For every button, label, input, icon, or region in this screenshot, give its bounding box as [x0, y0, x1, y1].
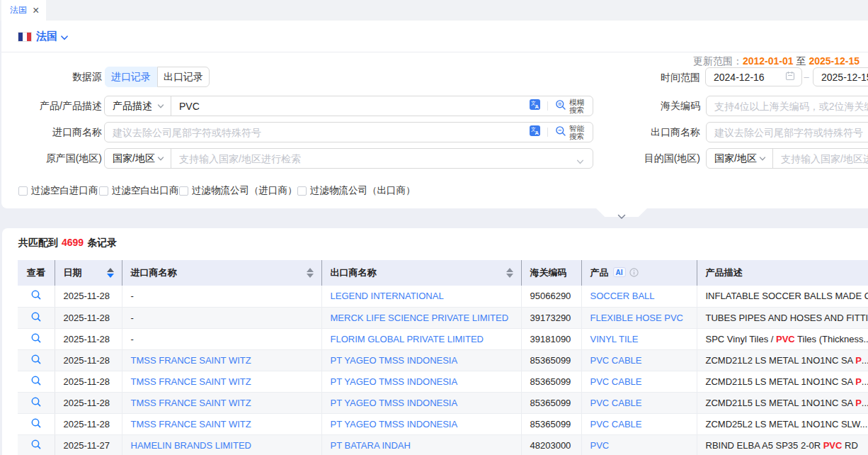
- desc-cell: ZCMD21L2 LS METAL 1NO1NC SA P...: [697, 349, 868, 371]
- view-search-icon[interactable]: [31, 420, 41, 430]
- smart-search-label[interactable]: 智能搜索: [569, 125, 584, 140]
- col-exporter[interactable]: 出口商名称: [321, 260, 521, 286]
- importer-link[interactable]: TMSS FRANCE SAINT WITZ: [131, 419, 251, 429]
- view-cell[interactable]: [18, 434, 55, 455]
- view-search-icon[interactable]: [31, 313, 41, 324]
- destination-input[interactable]: [773, 149, 868, 168]
- product-link[interactable]: PVC CABLE: [590, 419, 642, 429]
- checkbox[interactable]: [297, 186, 307, 196]
- importer-link[interactable]: TMSS FRANCE SAINT WITZ: [131, 355, 251, 366]
- table-row: 2025-11-28 - LEGEND INTERNATIONAL 950662…: [18, 286, 868, 307]
- search-panel: 法国 数据源 进口记录 出口记录 更新范围：2012-01-01 至 2025-…: [1, 21, 868, 208]
- date-cell: 2025-11-28: [55, 286, 122, 307]
- view-search-icon[interactable]: [31, 398, 41, 409]
- export-records-option[interactable]: 出口记录: [157, 67, 210, 87]
- chevron-down-icon[interactable]: [61, 35, 68, 40]
- product-link[interactable]: SOCCER BALL: [590, 291, 655, 301]
- view-cell[interactable]: [18, 286, 55, 307]
- view-search-icon[interactable]: [31, 377, 41, 388]
- exporter-link[interactable]: LEGEND INTERNATIONAL: [331, 291, 444, 301]
- view-cell[interactable]: [18, 328, 55, 349]
- view-search-icon[interactable]: [31, 356, 41, 366]
- filter-blank-importer[interactable]: 过滤空白进口商: [18, 186, 98, 196]
- filter-logistics-importer[interactable]: 过滤物流公司（进口商）: [179, 186, 297, 196]
- exporter-link[interactable]: PT YAGEO TMSS INDONESIA: [331, 376, 458, 387]
- checkbox[interactable]: [99, 186, 108, 196]
- exporter-input[interactable]: [707, 123, 868, 142]
- svg-text:A: A: [535, 103, 539, 110]
- info-icon[interactable]: [629, 268, 639, 279]
- results-table: 查看 日期 进口商名称 出口商名称 海关编码 产品AI 产品描述 2025-11…: [18, 260, 868, 455]
- fuzzy-search-icon[interactable]: [555, 99, 566, 113]
- chevron-down-icon: [759, 155, 766, 162]
- date-cell: 2025-11-28: [55, 413, 122, 434]
- translate-icon[interactable]: 文A: [530, 125, 540, 139]
- result-count-number: 4699: [58, 237, 87, 248]
- product-link[interactable]: PVC CABLE: [590, 376, 642, 387]
- chevron-down-icon: [576, 156, 584, 169]
- hs-cell: 39181090: [521, 328, 581, 349]
- view-cell[interactable]: [18, 371, 55, 392]
- col-date[interactable]: 日期: [55, 260, 122, 286]
- filter-blank-exporter[interactable]: 过滤空白出口商: [99, 186, 179, 196]
- product-cell: PVC CABLE: [581, 413, 697, 434]
- tab-france[interactable]: 法国 ×: [1, 0, 46, 21]
- svg-text:A: A: [535, 130, 539, 136]
- exporter-cell: PT YAGEO TMSS INDONESIA: [321, 371, 521, 392]
- smart-search-icon[interactable]: [555, 125, 566, 140]
- origin-input[interactable]: [171, 149, 593, 168]
- destination-type-select-value: 国家/地区: [714, 152, 757, 165]
- importer-cell: HAMELIN BRANDS LIMITED: [122, 434, 321, 455]
- hs-code-input[interactable]: [707, 96, 868, 116]
- sort-icon-date[interactable]: [107, 267, 114, 279]
- product-link[interactable]: PVC: [590, 440, 610, 451]
- collapse-chevron-icon[interactable]: [617, 210, 626, 223]
- sort-icon-exporter[interactable]: [506, 267, 513, 279]
- col-importer[interactable]: 进口商名称: [122, 260, 321, 286]
- exporter-field: [706, 122, 868, 142]
- product-field: 产品描述 文A 模糊搜索: [104, 96, 593, 116]
- exporter-link[interactable]: PT YAGEO TMSS INDONESIA: [331, 355, 458, 366]
- product-link[interactable]: FLEXIBLE HOSE PVC: [590, 313, 684, 323]
- fuzzy-search-label[interactable]: 模糊搜索: [569, 99, 584, 114]
- view-cell[interactable]: [18, 349, 55, 371]
- sort-icon-importer[interactable]: [307, 267, 314, 279]
- product-link[interactable]: PVC CABLE: [590, 398, 642, 408]
- exporter-link[interactable]: PT YAGEO TMSS INDONESIA: [331, 419, 458, 429]
- import-records-option[interactable]: 进口记录: [105, 67, 157, 87]
- importer-input[interactable]: [105, 123, 593, 142]
- country-name[interactable]: 法国: [36, 30, 57, 43]
- exporter-link[interactable]: PT YAGEO TMSS INDONESIA: [331, 398, 458, 408]
- date-start-input[interactable]: 2024-12-16: [705, 67, 802, 86]
- importer-link[interactable]: HAMELIN BRANDS LIMITED: [131, 440, 251, 451]
- view-cell[interactable]: [18, 413, 55, 434]
- exporter-link[interactable]: PT BATARA INDAH: [331, 440, 411, 451]
- importer-cell: TMSS FRANCE SAINT WITZ: [122, 349, 321, 371]
- product-link[interactable]: PVC CABLE: [590, 355, 642, 366]
- destination-type-select[interactable]: 国家/地区: [707, 149, 773, 168]
- exporter-cell: PT BATARA INDAH: [321, 434, 521, 455]
- origin-type-select[interactable]: 国家/地区: [105, 149, 171, 168]
- importer-link[interactable]: TMSS FRANCE SAINT WITZ: [131, 376, 251, 387]
- product-cell: PVC CABLE: [581, 392, 697, 413]
- checkbox[interactable]: [179, 186, 188, 196]
- checkbox[interactable]: [18, 186, 28, 196]
- exporter-link[interactable]: FLORIM GLOBAL PRIVATE LIMITED: [331, 334, 484, 344]
- product-link[interactable]: VINYL TILE: [590, 334, 639, 344]
- view-search-icon[interactable]: [31, 335, 41, 345]
- view-cell[interactable]: [18, 307, 55, 328]
- view-cell[interactable]: [18, 392, 55, 413]
- exporter-link[interactable]: MERCK LIFE SCIENCE PRIVATE LIMITED: [331, 313, 509, 323]
- destination-label: 目的国(地区): [600, 148, 700, 169]
- data-source-toggle: 进口记录 出口记录: [105, 67, 210, 87]
- view-search-icon[interactable]: [31, 441, 41, 451]
- product-type-select[interactable]: 产品描述: [105, 96, 171, 116]
- translate-icon[interactable]: 文A: [530, 99, 540, 113]
- date-end-input[interactable]: 2025-12-15: [813, 67, 868, 86]
- importer-link[interactable]: TMSS FRANCE SAINT WITZ: [131, 398, 251, 408]
- view-search-icon[interactable]: [31, 291, 41, 302]
- tab-close-icon[interactable]: ×: [33, 5, 39, 16]
- product-cell: PVC: [581, 434, 697, 455]
- table-row: 2025-11-28 - MERCK LIFE SCIENCE PRIVATE …: [18, 307, 868, 328]
- filter-logistics-exporter[interactable]: 过滤物流公司（出口商）: [297, 186, 416, 196]
